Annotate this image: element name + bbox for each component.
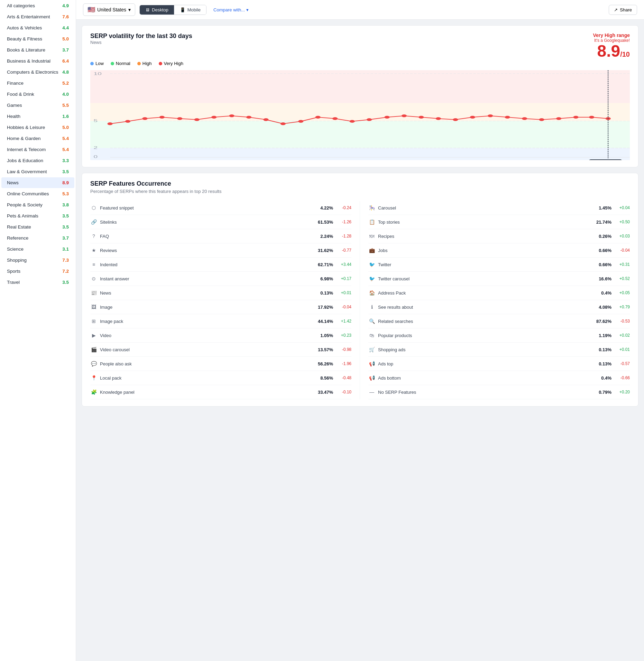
feature-name: Video carousel bbox=[100, 347, 311, 352]
feature-change: +0.05 bbox=[614, 290, 630, 295]
compare-button[interactable]: Compare with... ▾ bbox=[211, 5, 251, 15]
svg-point-31 bbox=[436, 117, 441, 120]
sidebar-item[interactable]: Autos & Vehicles 4.4 bbox=[1, 22, 74, 33]
feature-pct: 1.05% bbox=[314, 333, 333, 338]
sidebar-item[interactable]: Food & Drink 4.0 bbox=[1, 89, 74, 100]
sidebar-item[interactable]: Hobbies & Leisure 5.0 bbox=[1, 122, 74, 133]
sidebar-item-label: Business & Industrial bbox=[7, 58, 50, 64]
feature-row: 🐦 Twitter 0.66% +0.31 bbox=[368, 258, 630, 272]
sidebar-item[interactable]: Health 1.6 bbox=[1, 111, 74, 122]
tab-mobile[interactable]: 📱 Mobile bbox=[174, 5, 206, 15]
share-icon: ↗ bbox=[614, 7, 618, 12]
feature-name: See results about bbox=[378, 305, 590, 310]
feature-row: 🖼 Image 17.92% -0.04 bbox=[90, 300, 351, 314]
sidebar-item-label: Reference bbox=[7, 235, 28, 241]
feature-icon: ★ bbox=[90, 247, 97, 254]
sidebar-item[interactable]: Shopping 7.3 bbox=[1, 255, 74, 266]
feature-icon: 🏠 bbox=[368, 289, 375, 296]
sidebar-item[interactable]: Arts & Entertainment 7.6 bbox=[1, 11, 74, 22]
feature-pct: 56.26% bbox=[314, 361, 333, 366]
feature-row: 💼 Jobs 0.66% -0.04 bbox=[368, 243, 630, 258]
country-selector[interactable]: 🇺🇸 United States ▾ bbox=[83, 3, 135, 16]
high-dot bbox=[137, 62, 141, 65]
sidebar-item[interactable]: News 8.9 bbox=[1, 177, 74, 188]
sidebar-item[interactable]: Jobs & Education 3.3 bbox=[1, 155, 74, 166]
sidebar-item[interactable]: Home & Garden 5.4 bbox=[1, 133, 74, 144]
sidebar-item-value: 1.6 bbox=[62, 114, 69, 119]
legend-high-label: High bbox=[142, 61, 152, 66]
sidebar-item[interactable]: Books & Literature 3.7 bbox=[1, 45, 74, 55]
legend-normal-label: Normal bbox=[116, 61, 130, 66]
feature-change: +0.23 bbox=[336, 333, 351, 338]
sidebar-item[interactable]: Games 5.5 bbox=[1, 100, 74, 111]
feature-icon: ⬡ bbox=[90, 204, 97, 211]
sidebar-item-value: 3.5 bbox=[62, 280, 69, 285]
sidebar-item[interactable]: People & Society 3.8 bbox=[1, 199, 74, 210]
low-dot bbox=[90, 62, 94, 65]
sidebar-item-value: 3.7 bbox=[62, 47, 69, 53]
svg-rect-0 bbox=[90, 70, 630, 103]
sidebar-item[interactable]: Science 3.1 bbox=[1, 244, 74, 254]
feature-row: 📰 News 0.13% +0.01 bbox=[90, 286, 351, 300]
sidebar-item-label: Pets & Animals bbox=[7, 213, 38, 218]
feature-change: -0.04 bbox=[614, 248, 630, 253]
feature-row: 🏠 Address Pack 0.4% +0.05 bbox=[368, 286, 630, 300]
feature-name: Jobs bbox=[378, 248, 590, 253]
share-button[interactable]: ↗ Share bbox=[609, 5, 637, 15]
feature-change: -0.48 bbox=[336, 375, 351, 380]
sidebar-item-label: Travel bbox=[7, 280, 20, 285]
sidebar-item[interactable]: Real Estate 3.5 bbox=[1, 222, 74, 232]
sidebar-item[interactable]: Pets & Animals 3.5 bbox=[1, 211, 74, 221]
tab-desktop[interactable]: 🖥 Desktop bbox=[140, 5, 174, 15]
legend-high: High bbox=[137, 61, 152, 66]
sidebar-item[interactable]: Business & Industrial 6.4 bbox=[1, 56, 74, 66]
sidebar-item[interactable]: Reference 3.7 bbox=[1, 233, 74, 243]
feature-pct: 8.56% bbox=[314, 375, 333, 381]
svg-point-24 bbox=[315, 116, 321, 119]
features-right-col: 🎠 Carousel 1.45% +0.04 📋 Top stories 21.… bbox=[360, 201, 630, 399]
sidebar-item-value: 5.0 bbox=[62, 125, 69, 130]
sidebar-item[interactable]: Sports 7.2 bbox=[1, 266, 74, 277]
feature-icon: 🐦 bbox=[368, 261, 375, 268]
sidebar-item[interactable]: Beauty & Fitness 5.0 bbox=[1, 34, 74, 44]
sidebar-item-label: Real Estate bbox=[7, 224, 31, 230]
feature-name: Instant answer bbox=[100, 276, 311, 281]
legend-low-label: Low bbox=[95, 61, 104, 66]
sidebar-item[interactable]: Computers & Electronics 4.8 bbox=[1, 67, 74, 77]
feature-icon: 🛍 bbox=[368, 332, 375, 339]
sidebar-item-label: Beauty & Fitness bbox=[7, 36, 42, 41]
feature-name: Sitelinks bbox=[100, 220, 311, 225]
sidebar-item[interactable]: Online Communities 5.3 bbox=[1, 188, 74, 199]
sidebar-item-label: Books & Literature bbox=[7, 47, 45, 53]
sidebar-item-value: 4.9 bbox=[62, 3, 69, 8]
sidebar-item[interactable]: Law & Government 3.5 bbox=[1, 166, 74, 177]
feature-pct: 0.13% bbox=[592, 347, 611, 352]
feature-row: 💬 People also ask 56.26% -1.96 bbox=[90, 357, 351, 371]
main-content: 🇺🇸 United States ▾ 🖥 Desktop 📱 Mobile Co… bbox=[76, 0, 644, 661]
feature-change: -1.26 bbox=[336, 220, 351, 224]
svg-point-33 bbox=[470, 116, 475, 119]
sidebar-item[interactable]: All categories 4.9 bbox=[1, 0, 74, 11]
sidebar-item-label: People & Society bbox=[7, 202, 43, 207]
svg-point-39 bbox=[573, 116, 578, 119]
feature-row: 🛍 Popular products 1.19% +0.02 bbox=[368, 328, 630, 343]
feature-name: Related searches bbox=[378, 319, 590, 324]
svg-point-34 bbox=[488, 114, 493, 117]
feature-row: ★ Reviews 31.62% -0.77 bbox=[90, 243, 351, 258]
svg-point-25 bbox=[332, 117, 338, 120]
svg-point-16 bbox=[177, 117, 182, 120]
sidebar-item-label: Shopping bbox=[7, 258, 27, 263]
sidebar-item[interactable]: Travel 3.5 bbox=[1, 277, 74, 288]
sidebar-item[interactable]: Internet & Telecom 5.4 bbox=[1, 144, 74, 155]
feature-change: +0.01 bbox=[614, 347, 630, 352]
feature-icon: ? bbox=[90, 233, 97, 240]
sidebar-item-label: Internet & Telecom bbox=[7, 147, 46, 152]
feature-pct: 2.24% bbox=[314, 234, 333, 239]
feature-icon: 🍽 bbox=[368, 233, 375, 240]
feature-name: Indented bbox=[100, 262, 311, 267]
feature-row: ⬡ Featured snippet 4.22% -0.24 bbox=[90, 201, 351, 215]
feature-change: +0.17 bbox=[336, 276, 351, 281]
feature-change: +0.79 bbox=[614, 305, 630, 309]
sidebar-item[interactable]: Finance 5.2 bbox=[1, 78, 74, 89]
feature-icon: 🎬 bbox=[90, 346, 97, 353]
